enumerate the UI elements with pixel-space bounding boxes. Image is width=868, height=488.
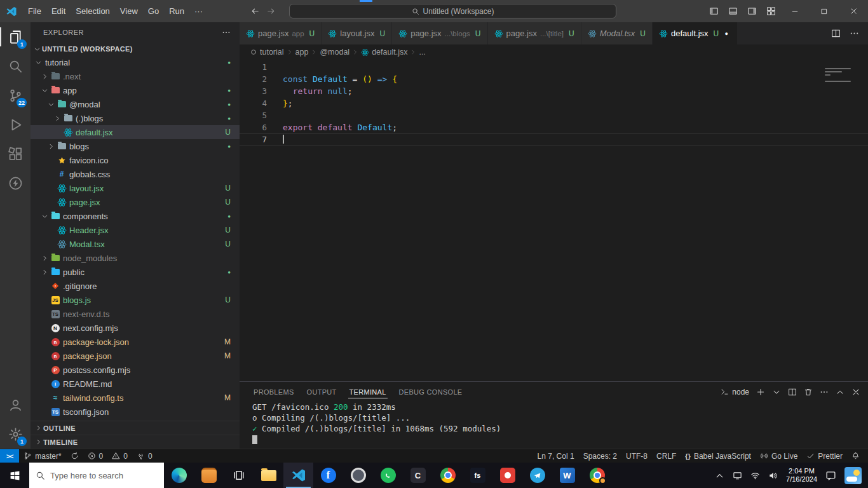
taskbar-app-chrome-profile[interactable]: [582, 463, 612, 488]
tray-volume-icon[interactable]: [768, 471, 778, 480]
breadcrumb-item-ellipsis[interactable]: ...: [419, 48, 425, 57]
menu-view[interactable]: View: [115, 4, 143, 18]
tree-item-tailwind-config-ts[interactable]: ≈tailwind.config.tsM: [31, 391, 240, 405]
panel-tab-debug-console[interactable]: DEBUG CONSOLE: [393, 382, 469, 402]
status-language-mode[interactable]: {}Babel JavaScript: [681, 449, 756, 463]
timeline-section[interactable]: TIMELINE: [31, 435, 240, 449]
taskbar-app-red-app[interactable]: [492, 463, 522, 488]
panel-more-actions-icon[interactable]: [820, 388, 829, 396]
outline-section[interactable]: OUTLINE: [31, 421, 240, 435]
panel-tab-output[interactable]: OUTPUT: [301, 382, 343, 402]
taskbar-app-whatsapp[interactable]: [373, 463, 403, 488]
tree-item-blogs-js[interactable]: JSblogs.jsU: [31, 293, 240, 307]
tray-monitor-icon[interactable]: [733, 471, 742, 480]
taskbar-app-facebook[interactable]: f: [313, 463, 343, 488]
status-errors[interactable]: 0: [83, 449, 108, 463]
editor-more-actions-icon[interactable]: [850, 29, 859, 38]
tray-wifi-icon[interactable]: [750, 471, 760, 480]
code-editor[interactable]: 12const Default = () => {3 return null;4…: [240, 60, 868, 381]
panel-tab-terminal[interactable]: TERMINAL: [343, 382, 393, 402]
tab-default-jsx[interactable]: default.jsxU●: [653, 22, 738, 44]
status-cursor-position[interactable]: Ln 7, Col 1: [533, 449, 579, 463]
tree-item-tutorial[interactable]: tutorial●: [31, 55, 240, 69]
terminal-instance[interactable]: node: [721, 388, 749, 396]
minimize-button[interactable]: [780, 0, 810, 22]
terminal-output[interactable]: GET /favicon.ico 200 in 2332mso Compilin…: [240, 402, 868, 449]
status-remote-indicator[interactable]: ><: [0, 449, 19, 463]
tree-item-modal[interactable]: @modal●: [31, 97, 240, 111]
taskbar-app-c-app[interactable]: C: [403, 463, 433, 488]
tree-item-app[interactable]: app●: [31, 83, 240, 97]
taskbar-app-browser[interactable]: [343, 463, 373, 488]
notification-center-icon[interactable]: [825, 470, 836, 481]
status-git-branch[interactable]: master*: [19, 449, 65, 463]
code-line-3[interactable]: 3 return null;: [240, 85, 868, 97]
code-line-4[interactable]: 4};: [240, 97, 868, 109]
tab-page-jsx-app[interactable]: page.jsxappU: [240, 22, 322, 44]
customize-layout-icon[interactable]: [761, 0, 780, 22]
activity-thunder-client-icon[interactable]: [0, 168, 31, 198]
breadcrumb-item-tutorial[interactable]: tutorial: [260, 48, 284, 57]
tree-item-page-jsx[interactable]: page.jsxU: [31, 195, 240, 209]
tree-item-blogs[interactable]: blogs●: [31, 139, 240, 153]
tab-modal-tsx[interactable]: Modal.tsxU: [581, 22, 653, 44]
kill-terminal-icon[interactable]: [804, 388, 813, 396]
breadcrumb-item-app[interactable]: app: [295, 48, 309, 57]
tree-item-globals-css[interactable]: #globals.css: [31, 167, 240, 181]
close-button[interactable]: [839, 0, 868, 22]
tree-item-header-jsx[interactable]: Header.jsxU: [31, 223, 240, 237]
status-indentation[interactable]: Spaces: 2: [579, 449, 621, 463]
tree-item-tsconfig-json[interactable]: TStsconfig.json: [31, 405, 240, 419]
breadcrumb-item-modal[interactable]: @modal: [320, 48, 349, 57]
toggle-panel-icon[interactable]: [723, 0, 742, 22]
minimap[interactable]: [825, 65, 860, 85]
tree-item-public[interactable]: public●: [31, 265, 240, 279]
split-terminal-icon[interactable]: [788, 388, 797, 396]
activity-search-icon[interactable]: [0, 51, 31, 81]
toggle-secondary-sidebar-icon[interactable]: [742, 0, 761, 22]
maximize-button[interactable]: [810, 0, 839, 22]
tree-item-next-config-mjs[interactable]: Nnext.config.mjs: [31, 321, 240, 335]
tree-item-blogs[interactable]: (.)blogs●: [31, 111, 240, 125]
tree-item-node-modules[interactable]: node_modules: [31, 251, 240, 265]
taskbar-app-fs[interactable]: fs: [463, 463, 492, 488]
tray-chevron-up-icon[interactable]: [715, 471, 724, 480]
taskbar-app-file-explorer[interactable]: [254, 463, 283, 488]
taskbar-app-telegram[interactable]: [522, 463, 552, 488]
tree-item-gitignore[interactable]: .gitignore: [31, 279, 240, 293]
taskbar-app-task-view[interactable]: [224, 463, 254, 488]
tree-item-package-lock-json[interactable]: npackage-lock.jsonM: [31, 335, 240, 349]
status-prettier[interactable]: Prettier: [802, 449, 847, 463]
status-sync-changes[interactable]: [66, 449, 83, 463]
menu-selection[interactable]: Selection: [71, 4, 114, 18]
status-encoding[interactable]: UTF-8: [621, 449, 652, 463]
workspace-section-header[interactable]: UNTITLED (WORKSPACE): [31, 43, 240, 55]
menu-more[interactable]: ···: [189, 4, 208, 18]
code-line-6[interactable]: 6export default Default;: [240, 121, 868, 133]
taskbar-app-backpack[interactable]: [194, 463, 224, 488]
tree-item-default-jsx[interactable]: default.jsxU: [31, 125, 240, 139]
start-button-icon[interactable]: [0, 463, 29, 488]
back-icon[interactable]: [250, 6, 260, 16]
new-terminal-icon[interactable]: [756, 388, 765, 396]
activity-accounts-icon[interactable]: [0, 390, 31, 419]
tree-item-next-env-d-ts[interactable]: TSnext-env.d.ts: [31, 307, 240, 321]
weather-widget-icon[interactable]: [844, 467, 862, 484]
tree-item-next[interactable]: .next: [31, 69, 240, 83]
menu-go[interactable]: Go: [143, 4, 164, 18]
activity-settings-icon[interactable]: 1: [0, 419, 31, 449]
tab-page-jsx-title[interactable]: page.jsx...\[title]U: [488, 22, 581, 44]
tree-item-favicon-ico[interactable]: favicon.ico: [31, 153, 240, 167]
maximize-panel-icon[interactable]: [836, 388, 844, 396]
forward-icon[interactable]: [266, 6, 276, 16]
activity-run-and-debug-icon[interactable]: [0, 110, 31, 139]
status-warnings[interactable]: 0: [107, 449, 132, 463]
taskbar-app-edge[interactable]: [164, 463, 194, 488]
activity-explorer-icon[interactable]: 1: [0, 22, 31, 51]
toggle-primary-sidebar-icon[interactable]: [704, 0, 723, 22]
tree-item-readme-md[interactable]: iREADME.md: [31, 377, 240, 391]
panel-tab-problems[interactable]: PROBLEMS: [247, 382, 301, 402]
status-eol[interactable]: CRLF: [652, 449, 681, 463]
menu-edit[interactable]: Edit: [46, 4, 71, 18]
menu-file[interactable]: File: [23, 4, 46, 18]
